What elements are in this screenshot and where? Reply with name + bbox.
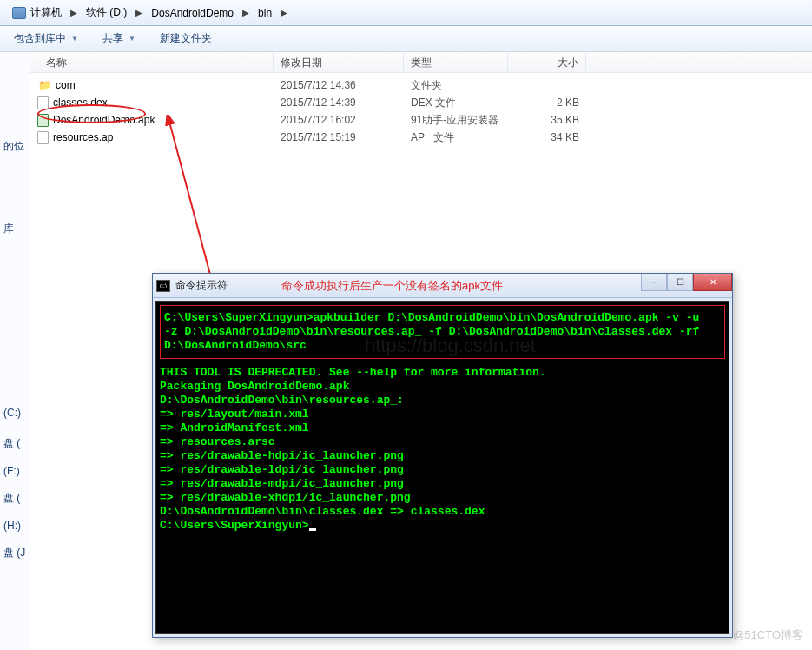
cmd-output-line: D:\DosAndroidDemo\src bbox=[164, 339, 721, 353]
file-row-apk[interactable]: DosAndroidDemo.apk 2015/7/12 16:02 91助手-… bbox=[30, 111, 812, 129]
cmd-output-line: => resources.arsc bbox=[160, 435, 725, 449]
chevron-right-icon[interactable]: ▶ bbox=[279, 8, 289, 17]
cmd-output-line: Packaging DosAndroidDemo.apk bbox=[160, 380, 725, 394]
cmd-titlebar[interactable]: c:\ 命令提示符 命令成功执行后生产一个没有签名的apk文件 ─ ☐ ✕ bbox=[153, 274, 732, 298]
apk-icon bbox=[37, 114, 49, 127]
cmd-output-line: THIS TOOL IS DEPRECATED. See --help for … bbox=[160, 366, 725, 380]
annotation-text: 命令成功执行后生产一个没有签名的apk文件 bbox=[281, 278, 503, 294]
breadcrumb-drive[interactable]: 软件 (D:) bbox=[79, 3, 134, 22]
column-header-name[interactable]: 名称 bbox=[30, 52, 274, 72]
sidebar-item[interactable]: (F:) bbox=[0, 458, 30, 484]
file-row-folder[interactable]: 📁com 2015/7/12 14:36 文件夹 bbox=[30, 76, 812, 94]
cmd-output-line: C:\Users\SuperXingyun>apkbuilder D:\DosA… bbox=[164, 311, 721, 325]
sidebar-item[interactable]: (C:) bbox=[0, 400, 30, 426]
share-button[interactable]: 共享▼ bbox=[97, 29, 141, 49]
file-list-header: 名称 修改日期 类型 大小 bbox=[30, 52, 812, 73]
cmd-output-line: D:\DosAndroidDemo\bin\resources.ap_: bbox=[160, 394, 725, 408]
cmd-output-line: => res/drawable-hdpi/ic_launcher.png bbox=[160, 449, 725, 463]
column-header-type[interactable]: 类型 bbox=[404, 52, 508, 72]
file-row-dex[interactable]: classes.dex 2015/7/12 14:39 DEX 文件 2 KB bbox=[30, 94, 812, 111]
sidebar-item[interactable]: 库 bbox=[0, 215, 30, 243]
cmd-output-line: => res/layout/main.xml bbox=[160, 408, 725, 421]
chevron-down-icon: ▼ bbox=[129, 35, 135, 43]
file-icon bbox=[37, 131, 49, 144]
sidebar-item[interactable]: 的位 bbox=[0, 132, 30, 161]
maximize-button[interactable]: ☐ bbox=[667, 274, 693, 291]
cmd-icon: c:\ bbox=[156, 280, 170, 292]
sidebar-item[interactable]: 盘 ( bbox=[0, 484, 30, 513]
svg-line-0 bbox=[169, 122, 213, 284]
close-button[interactable]: ✕ bbox=[693, 274, 732, 291]
cmd-output-line: => res/drawable-xhdpi/ic_launcher.png bbox=[160, 491, 725, 505]
toolbar: 包含到库中▼ 共享▼ 新建文件夹 bbox=[0, 26, 812, 52]
column-header-date[interactable]: 修改日期 bbox=[274, 52, 404, 72]
cmd-prompt-line: C:\Users\SuperXingyun> bbox=[160, 519, 725, 533]
cmd-output-line: => res/drawable-ldpi/ic_launcher.png bbox=[160, 463, 725, 477]
cmd-output-line: => res/drawable-mdpi/ic_launcher.png bbox=[160, 477, 725, 491]
computer-icon bbox=[12, 7, 26, 19]
breadcrumb-computer[interactable]: 计算机 bbox=[5, 3, 69, 22]
cmd-output-line: D:\DosAndroidDemo\bin\classes.dex => cla… bbox=[160, 505, 725, 519]
cmd-output-line: -z D:\DosAndroidDemo\bin\resources.ap_ -… bbox=[164, 325, 721, 339]
minimize-button[interactable]: ─ bbox=[641, 274, 667, 291]
cmd-body[interactable]: C:\Users\SuperXingyun>apkbuilder D:\DosA… bbox=[155, 301, 729, 634]
breadcrumb-bar: 计算机 ▶ 软件 (D:) ▶ DosAndroidDemo ▶ bin ▶ bbox=[0, 0, 812, 26]
window-controls: ─ ☐ ✕ bbox=[641, 274, 732, 291]
sidebar-item[interactable]: 盘 (J bbox=[0, 539, 30, 567]
new-folder-button[interactable]: 新建文件夹 bbox=[155, 29, 217, 49]
breadcrumb-label: 计算机 bbox=[30, 5, 62, 20]
cmd-window-title: 命令提示符 bbox=[175, 278, 228, 293]
folder-icon: 📁 bbox=[37, 78, 51, 92]
include-in-library-button[interactable]: 包含到库中▼ bbox=[9, 29, 83, 49]
annotation-red-box: C:\Users\SuperXingyun>apkbuilder D:\DosA… bbox=[160, 305, 725, 359]
sidebar-item[interactable]: 盘 ( bbox=[0, 429, 30, 458]
file-icon bbox=[37, 96, 49, 109]
chevron-right-icon[interactable]: ▶ bbox=[134, 8, 144, 17]
cmd-output-line: => AndroidManifest.xml bbox=[160, 421, 725, 435]
breadcrumb-folder[interactable]: DosAndroidDemo bbox=[144, 5, 241, 21]
column-header-size[interactable]: 大小 bbox=[508, 52, 586, 72]
command-prompt-window: c:\ 命令提示符 命令成功执行后生产一个没有签名的apk文件 ─ ☐ ✕ C:… bbox=[152, 273, 733, 638]
chevron-down-icon: ▼ bbox=[71, 35, 78, 43]
sidebar-item[interactable]: (H:) bbox=[0, 513, 30, 539]
cursor-icon bbox=[309, 528, 316, 531]
chevron-right-icon[interactable]: ▶ bbox=[69, 8, 79, 17]
sidebar: 的位 库 (C:) 盘 ( (F:) 盘 ( (H:) 盘 (J bbox=[0, 52, 30, 650]
chevron-right-icon[interactable]: ▶ bbox=[241, 8, 251, 17]
file-row-ap[interactable]: resources.ap_ 2015/7/12 15:19 AP_ 文件 34 … bbox=[30, 129, 812, 146]
breadcrumb-folder[interactable]: bin bbox=[251, 5, 279, 21]
